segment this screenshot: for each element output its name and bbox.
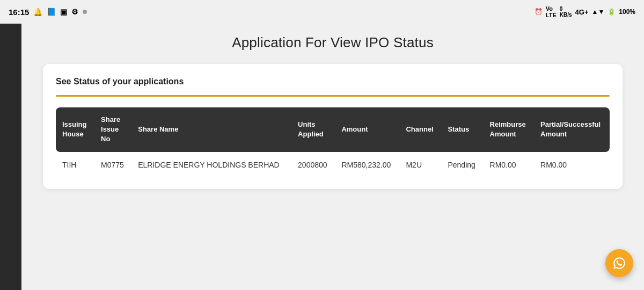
table-cell: RM580,232.00 (335, 152, 399, 178)
status-icon-2: 📘 (47, 8, 56, 16)
col-channel: Channel (399, 107, 441, 152)
col-partial-successful-amount: Partial/SuccessfulAmount (534, 107, 610, 152)
main-content: Application For View IPO Status See Stat… (21, 24, 644, 290)
gold-divider (56, 95, 610, 97)
col-share-issue-no: ShareIssueNo (94, 107, 131, 152)
volte-indicator: VoLTE (546, 5, 557, 18)
table-cell: TIIH (56, 152, 94, 178)
layout: Application For View IPO Status See Stat… (0, 24, 644, 290)
table-cell: RM0.00 (484, 152, 534, 178)
table-row: TIIHM0775ELRIDGE ENERGY HOLDINGS BERHAD2… (56, 152, 610, 178)
status-bar: 16:15 🔔 📘 ▣ ⚙ ⏰ VoLTE 0KB/s 4G+ ▲▼ 🔋 100… (0, 0, 644, 24)
col-amount: Amount (335, 107, 399, 152)
table-cell: ELRIDGE ENERGY HOLDINGS BERHAD (131, 152, 291, 178)
table-header: IssuingHouse ShareIssueNo Share Name Uni… (56, 107, 610, 152)
status-time: 16:15 (9, 8, 29, 17)
status-right: ⏰ VoLTE 0KB/s 4G+ ▲▼ 🔋 100% (535, 5, 635, 18)
status-icon-3: ▣ (60, 8, 67, 16)
page-title: Application For View IPO Status (43, 34, 623, 51)
ipo-table: IssuingHouse ShareIssueNo Share Name Uni… (56, 107, 610, 178)
status-left: 16:15 🔔 📘 ▣ ⚙ (9, 8, 87, 17)
status-icon-4: ⚙ (71, 8, 78, 16)
network-type: 4G+ (575, 8, 589, 16)
card-subtitle: See Status of your applications (56, 77, 610, 86)
dot-icon (83, 10, 87, 14)
battery-icon: 🔋 (608, 8, 616, 16)
table-cell: M2U (399, 152, 441, 178)
table-body: TIIHM0775ELRIDGE ENERGY HOLDINGS BERHAD2… (56, 152, 610, 178)
alarm-icon: ⏰ (535, 8, 543, 16)
ipo-status-card: See Status of your applications IssuingH… (43, 64, 623, 189)
col-units-applied: UnitsApplied (291, 107, 335, 152)
table-cell: Pending (441, 152, 483, 178)
col-reimburse-amount: ReimburseAmount (484, 107, 534, 152)
data-speed: 0KB/s (560, 6, 572, 18)
sidebar-strip (0, 24, 21, 290)
status-icon-1: 🔔 (33, 8, 42, 16)
col-status: Status (441, 107, 483, 152)
table-cell: RM0.00 (534, 152, 610, 178)
table-cell: 2000800 (291, 152, 335, 178)
chat-fab-button[interactable] (605, 249, 633, 277)
col-share-name: Share Name (131, 107, 291, 152)
table-cell: M0775 (94, 152, 131, 178)
chat-icon (612, 256, 626, 270)
col-issuing-house: IssuingHouse (56, 107, 94, 152)
battery-percent: 100% (619, 8, 635, 16)
signal-icon: ▲▼ (592, 8, 605, 16)
